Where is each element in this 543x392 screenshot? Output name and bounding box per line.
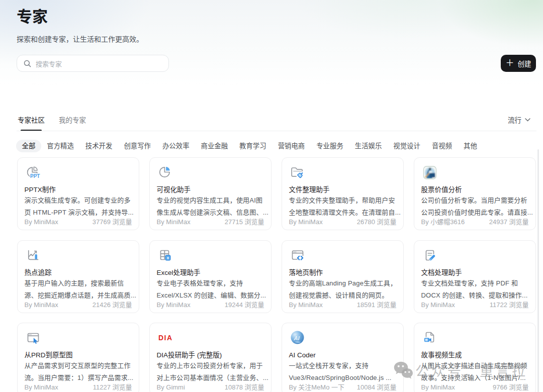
svg-text:PPT: PPT xyxy=(30,173,40,179)
svg-text:AI: AI xyxy=(294,335,300,341)
svg-text:X: X xyxy=(166,255,169,260)
